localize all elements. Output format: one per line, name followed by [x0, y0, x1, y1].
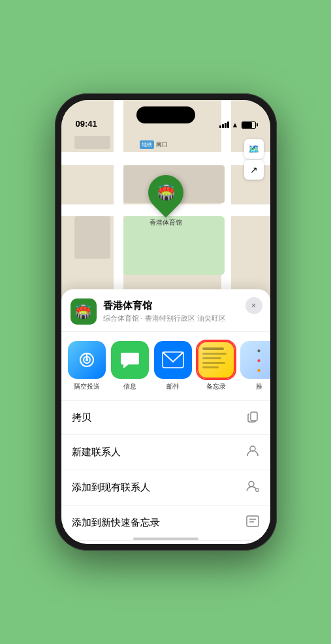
stadium-marker: 🏟️ 香港体育馆 [148, 175, 183, 227]
map-view-button[interactable]: 🗺️ [244, 139, 264, 159]
share-item-message[interactable]: 信息 [111, 341, 149, 391]
new-contact-label: 新建联系人 [72, 446, 121, 459]
svg-rect-6 [251, 412, 257, 421]
new-contact-icon [245, 443, 260, 461]
venue-icon: 🏟️ [71, 298, 97, 325]
more-icon: ● ● ● [240, 341, 270, 379]
stadium-icon: 🏟️ [157, 184, 174, 201]
notes-icon [197, 341, 235, 379]
battery-icon [242, 121, 256, 129]
action-copy[interactable]: 拷贝 [61, 401, 270, 435]
map-controls: 🗺️ ↗ [244, 139, 264, 180]
svg-point-8 [249, 481, 254, 487]
mail-icon [154, 341, 192, 379]
map-south-gate-label: 地铁 南口 [140, 140, 168, 149]
add-contact-label: 添加到现有联系人 [72, 481, 150, 494]
venue-name: 香港体育馆 [103, 300, 261, 312]
airdrop-icon [68, 341, 106, 379]
quick-note-icon [245, 514, 260, 532]
notes-label: 备忘录 [206, 382, 226, 391]
venue-info: 香港体育馆 综合体育馆 · 香港特别行政区 油尖旺区 [103, 300, 261, 323]
status-icons: ▲ [219, 121, 256, 129]
phone-screen: 09:41 ▲ [61, 100, 270, 544]
action-list: 拷贝 新建联系人 [61, 401, 270, 544]
message-label: 信息 [123, 382, 136, 391]
map-location-button[interactable]: ↗ [244, 160, 264, 180]
share-row: 隔空投送 信息 [61, 332, 270, 401]
home-indicator [133, 538, 198, 540]
share-item-notes[interactable]: 备忘录 [197, 341, 235, 391]
share-item-airdrop[interactable]: 隔空投送 [68, 341, 106, 391]
copy-label: 拷贝 [72, 411, 91, 424]
airdrop-label: 隔空投送 [74, 382, 100, 391]
wifi-icon: ▲ [232, 121, 239, 129]
share-item-mail[interactable]: 邮件 [154, 341, 192, 391]
action-add-contact[interactable]: 添加到现有联系人 [61, 470, 270, 506]
action-quick-note[interactable]: 添加到新快速备忘录 [61, 506, 270, 541]
share-item-more[interactable]: ● ● ● 推 [240, 341, 270, 391]
mail-label: 邮件 [166, 382, 180, 391]
more-label: 推 [256, 382, 262, 391]
marker-label: 香港体育馆 [150, 218, 182, 227]
dynamic-island [136, 106, 195, 123]
venue-subtitle: 综合体育馆 · 香港特别行政区 油尖旺区 [103, 314, 261, 323]
signal-icon [219, 121, 229, 128]
svg-point-3 [86, 359, 88, 361]
close-button[interactable]: × [245, 297, 262, 314]
bottom-sheet: 🏟️ 香港体育馆 综合体育馆 · 香港特别行政区 油尖旺区 × [61, 289, 270, 544]
svg-rect-12 [247, 516, 259, 526]
copy-icon [247, 410, 260, 426]
add-contact-icon [245, 479, 260, 496]
quick-note-label: 添加到新快速备忘录 [72, 517, 160, 529]
action-new-contact[interactable]: 新建联系人 [61, 435, 270, 470]
message-icon [111, 341, 149, 379]
venue-header: 🏟️ 香港体育馆 综合体育馆 · 香港特别行政区 油尖旺区 × [61, 289, 270, 332]
status-time: 09:41 [76, 119, 97, 129]
phone-frame: 09:41 ▲ [55, 93, 277, 551]
action-print[interactable]: 打印 [61, 541, 270, 544]
